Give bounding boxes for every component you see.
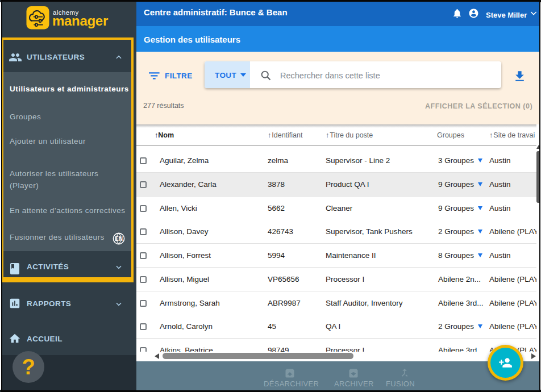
svg-text:EN: EN <box>115 236 123 242</box>
